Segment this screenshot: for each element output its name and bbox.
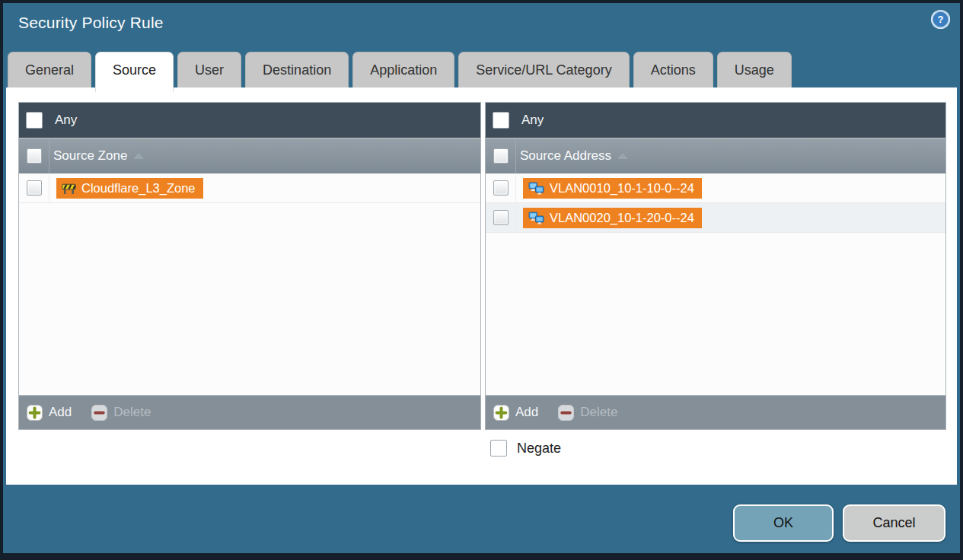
address-entry-label: VLAN0020_10-1-20-0--24 — [550, 211, 694, 225]
zone-icon — [62, 182, 76, 195]
cancel-button[interactable]: Cancel — [843, 504, 945, 542]
help-icon[interactable]: ? — [930, 9, 951, 30]
source-address-list: VLAN0010_10-1-10-0--24 — [486, 173, 945, 395]
source-zone-column-label[interactable]: Source Zone — [53, 148, 127, 164]
zone-entry[interactable]: Cloudflare_L3_Zone — [56, 178, 203, 199]
sort-ascending-icon[interactable] — [617, 153, 628, 159]
ok-button[interactable]: OK — [733, 504, 834, 542]
source-zone-select-all-checkbox[interactable] — [27, 148, 42, 164]
tab-user[interactable]: User — [177, 52, 241, 88]
row-checkbox[interactable] — [493, 180, 509, 196]
dialog-title: Security Policy Rule — [18, 14, 164, 32]
source-address-panel: Any Source Address — [485, 102, 946, 430]
tab-general[interactable]: General — [8, 52, 91, 88]
source-zone-column-header: Source Zone — [19, 138, 480, 173]
add-label: Add — [515, 405, 538, 420]
address-entry-label: VLAN0010_10-1-10-0--24 — [550, 181, 694, 196]
source-zone-any-checkbox[interactable] — [26, 112, 43, 129]
delete-button[interactable]: Delete — [558, 405, 617, 421]
source-zone-panel: Any Source Zone — [18, 102, 481, 430]
delete-button[interactable]: Delete — [91, 405, 151, 421]
add-button[interactable]: Add — [27, 405, 72, 421]
negate-checkbox[interactable] — [490, 440, 507, 457]
tab-source[interactable]: Source — [95, 52, 174, 92]
add-button[interactable]: Add — [493, 405, 538, 421]
titlebar: Security Policy Rule ? — [3, 3, 960, 46]
source-zone-row[interactable]: Cloudflare_L3_Zone — [19, 173, 480, 203]
security-policy-rule-dialog: Security Policy Rule ? General Source Us… — [0, 0, 963, 560]
address-entry[interactable]: VLAN0020_10-1-20-0--24 — [523, 208, 702, 228]
tab-service-url-category[interactable]: Service/URL Category — [458, 52, 629, 88]
add-label: Add — [49, 405, 72, 420]
source-address-any-header: Any — [486, 103, 945, 138]
svg-text:?: ? — [938, 14, 944, 25]
tab-application[interactable]: Application — [352, 52, 454, 88]
delete-icon — [558, 405, 574, 421]
tab-destination[interactable]: Destination — [245, 52, 349, 88]
delete-label: Delete — [113, 405, 151, 420]
address-entry[interactable]: VLAN0010_10-1-10-0--24 — [523, 178, 702, 199]
source-address-column-label[interactable]: Source Address — [520, 148, 611, 164]
source-address-select-all-checkbox[interactable] — [493, 148, 509, 164]
source-address-column-header: Source Address — [486, 138, 945, 173]
source-address-row[interactable]: VLAN0010_10-1-10-0--24 — [486, 173, 945, 203]
tab-actions[interactable]: Actions — [633, 52, 713, 88]
delete-icon — [91, 405, 107, 421]
negate-label: Negate — [517, 441, 561, 457]
delete-label: Delete — [580, 405, 617, 420]
tab-bar: General Source User Destination Applicat… — [8, 52, 792, 92]
add-icon — [493, 405, 509, 421]
address-icon — [528, 212, 544, 224]
zone-entry-label: Cloudflare_L3_Zone — [81, 181, 196, 196]
sort-ascending-icon[interactable] — [133, 153, 144, 159]
any-label: Any — [521, 113, 544, 128]
any-label: Any — [55, 113, 77, 128]
add-icon — [27, 405, 43, 421]
row-checkbox[interactable] — [493, 210, 509, 225]
source-address-row[interactable]: VLAN0020_10-1-20-0--24 — [486, 203, 945, 233]
address-icon — [528, 182, 544, 195]
source-address-toolbar: Add Delete — [486, 395, 945, 429]
source-zone-toolbar: Add Delete — [19, 395, 480, 429]
source-tab-content: Any Source Zone — [6, 88, 957, 485]
source-address-any-checkbox[interactable] — [493, 112, 509, 129]
row-checkbox[interactable] — [27, 180, 42, 196]
source-zone-any-header: Any — [19, 103, 480, 138]
source-zone-list: Cloudflare_L3_Zone — [19, 173, 480, 395]
negate-option: Negate — [490, 440, 561, 457]
tab-usage[interactable]: Usage — [717, 52, 792, 88]
